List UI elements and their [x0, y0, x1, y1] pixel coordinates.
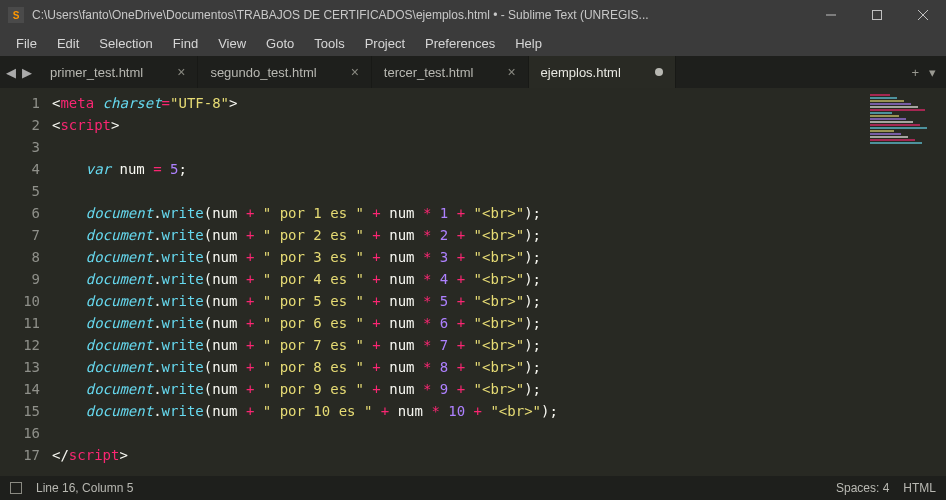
minimap-line	[870, 103, 911, 105]
tab-forward-button[interactable]: ▶	[22, 65, 32, 80]
minimap-line	[870, 112, 892, 114]
close-tab-icon[interactable]: ×	[177, 64, 185, 80]
close-tab-icon[interactable]: ×	[351, 64, 359, 80]
code-line: <script>	[52, 114, 866, 136]
close-button[interactable]	[900, 0, 946, 30]
minimap-line	[870, 121, 913, 123]
code-line: document.write(num + " por 7 es " + num …	[52, 334, 866, 356]
code-line: document.write(num + " por 9 es " + num …	[52, 378, 866, 400]
cursor-position[interactable]: Line 16, Column 5	[36, 481, 133, 495]
line-number: 12	[0, 334, 40, 356]
tabbar: ◀ ▶ primer_test.html×segundo_test.html×t…	[0, 56, 946, 88]
minimap-line	[870, 142, 922, 144]
minimap[interactable]	[866, 88, 946, 476]
minimap-line	[870, 94, 890, 96]
dirty-indicator-icon	[655, 68, 663, 76]
tab-primer_test-html[interactable]: primer_test.html×	[38, 56, 198, 88]
code-line: document.write(num + " por 3 es " + num …	[52, 246, 866, 268]
minimap-line	[870, 97, 897, 99]
menu-tools[interactable]: Tools	[306, 33, 352, 54]
code-line: document.write(num + " por 4 es " + num …	[52, 268, 866, 290]
window-titlebar: S C:\Users\fanto\OneDrive\Documentos\TRA…	[0, 0, 946, 30]
tab-label: segundo_test.html	[210, 65, 316, 80]
code-line: document.write(num + " por 1 es " + num …	[52, 202, 866, 224]
indentation-setting[interactable]: Spaces: 4	[836, 481, 889, 495]
minimap-line	[870, 124, 920, 126]
minimap-line	[870, 127, 927, 129]
menu-view[interactable]: View	[210, 33, 254, 54]
line-number: 14	[0, 378, 40, 400]
line-number: 1	[0, 92, 40, 114]
menu-project[interactable]: Project	[357, 33, 413, 54]
code-line: var num = 5;	[52, 158, 866, 180]
menu-goto[interactable]: Goto	[258, 33, 302, 54]
menubar: FileEditSelectionFindViewGotoToolsProjec…	[0, 30, 946, 56]
menu-find[interactable]: Find	[165, 33, 206, 54]
tab-label: ejemplos.html	[541, 65, 621, 80]
minimap-line	[870, 130, 894, 132]
tab-back-button[interactable]: ◀	[6, 65, 16, 80]
close-tab-icon[interactable]: ×	[507, 64, 515, 80]
minimap-line	[870, 115, 899, 117]
code-line: document.write(num + " por 10 es " + num…	[52, 400, 866, 422]
code-editor[interactable]: <meta charset="UTF-8"><script> var num =…	[52, 88, 866, 476]
code-line: document.write(num + " por 6 es " + num …	[52, 312, 866, 334]
tab-ejemplos-html[interactable]: ejemplos.html	[529, 56, 676, 88]
syntax-setting[interactable]: HTML	[903, 481, 936, 495]
tab-dropdown-button[interactable]: ▾	[929, 65, 936, 80]
line-number: 9	[0, 268, 40, 290]
menu-selection[interactable]: Selection	[91, 33, 160, 54]
line-number: 11	[0, 312, 40, 334]
tab-history-nav: ◀ ▶	[0, 56, 38, 88]
close-icon	[918, 10, 928, 20]
minimap-line	[870, 100, 904, 102]
statusbar: Line 16, Column 5 Spaces: 4 HTML	[0, 476, 946, 500]
code-line: </script>	[52, 444, 866, 466]
code-line: document.write(num + " por 8 es " + num …	[52, 356, 866, 378]
code-line	[52, 136, 866, 158]
minimap-line	[870, 118, 906, 120]
line-number: 13	[0, 356, 40, 378]
code-line: document.write(num + " por 2 es " + num …	[52, 224, 866, 246]
minimap-line	[870, 136, 908, 138]
line-number-gutter: 1234567891011121314151617	[0, 88, 52, 476]
minimize-icon	[826, 10, 836, 20]
tab-label: primer_test.html	[50, 65, 143, 80]
menu-file[interactable]: File	[8, 33, 45, 54]
code-line	[52, 422, 866, 444]
line-number: 17	[0, 444, 40, 466]
line-number: 5	[0, 180, 40, 202]
svg-rect-1	[873, 11, 882, 20]
minimap-line	[870, 133, 901, 135]
line-number: 7	[0, 224, 40, 246]
menu-help[interactable]: Help	[507, 33, 550, 54]
tab-segundo_test-html[interactable]: segundo_test.html×	[198, 56, 371, 88]
line-number: 3	[0, 136, 40, 158]
line-number: 10	[0, 290, 40, 312]
minimap-line	[870, 139, 915, 141]
panel-switcher-icon[interactable]	[10, 482, 22, 494]
minimap-line	[870, 106, 918, 108]
minimap-line	[870, 109, 925, 111]
maximize-button[interactable]	[854, 0, 900, 30]
line-number: 4	[0, 158, 40, 180]
tab-label: tercer_test.html	[384, 65, 474, 80]
new-tab-button[interactable]: +	[911, 65, 919, 80]
code-line	[52, 180, 866, 202]
maximize-icon	[872, 10, 882, 20]
line-number: 2	[0, 114, 40, 136]
window-title: C:\Users\fanto\OneDrive\Documentos\TRABA…	[32, 8, 808, 22]
editor-area: 1234567891011121314151617 <meta charset=…	[0, 88, 946, 476]
line-number: 6	[0, 202, 40, 224]
line-number: 16	[0, 422, 40, 444]
tab-tercer_test-html[interactable]: tercer_test.html×	[372, 56, 529, 88]
menu-preferences[interactable]: Preferences	[417, 33, 503, 54]
app-icon: S	[8, 7, 24, 23]
minimize-button[interactable]	[808, 0, 854, 30]
code-line: document.write(num + " por 5 es " + num …	[52, 290, 866, 312]
line-number: 8	[0, 246, 40, 268]
code-line: <meta charset="UTF-8">	[52, 92, 866, 114]
menu-edit[interactable]: Edit	[49, 33, 87, 54]
line-number: 15	[0, 400, 40, 422]
